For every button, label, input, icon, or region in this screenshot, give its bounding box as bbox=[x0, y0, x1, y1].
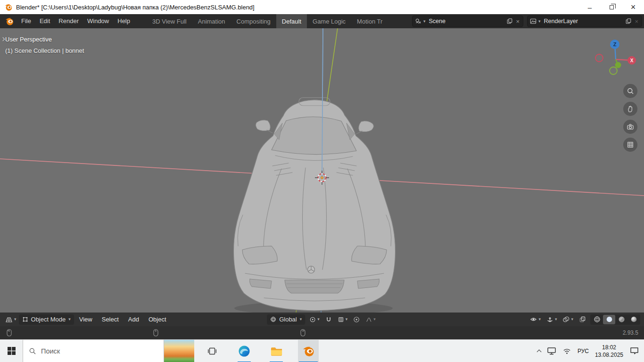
visibility-chevron-icon: ▾ bbox=[538, 317, 541, 321]
navigation-gizmo[interactable]: Z X bbox=[595, 38, 636, 79]
rendered-sphere-icon bbox=[630, 316, 637, 323]
camera-view-button[interactable] bbox=[623, 120, 637, 134]
tray-date: 13.08.2025 bbox=[595, 351, 623, 359]
object-mode-icon bbox=[22, 316, 28, 322]
orientation-chevron-icon: ▾ bbox=[300, 317, 302, 321]
viewport-canvas[interactable] bbox=[0, 28, 644, 313]
file-explorer-icon bbox=[270, 346, 283, 357]
start-button[interactable] bbox=[0, 340, 23, 362]
shading-solid-button[interactable] bbox=[603, 315, 615, 324]
overlays-icon bbox=[562, 316, 570, 323]
new-view-layer-icon[interactable] bbox=[625, 18, 632, 25]
shading-mode-group bbox=[590, 314, 640, 325]
snap-increment-icon bbox=[338, 316, 344, 323]
view-layer-name: RenderLayer bbox=[543, 18, 624, 25]
blender-app-icon bbox=[4, 3, 13, 11]
show-overlays-toggle[interactable]: ▾ bbox=[561, 315, 575, 324]
taskbar-search[interactable] bbox=[23, 340, 164, 362]
tab-default[interactable]: Default bbox=[276, 14, 307, 28]
tab-3d-view-full[interactable]: 3D View Full bbox=[147, 14, 192, 28]
menu-select[interactable]: Select bbox=[98, 313, 123, 326]
scene-selector[interactable]: ▾ Scene × bbox=[412, 16, 523, 27]
task-view-button[interactable] bbox=[202, 340, 223, 362]
shading-material-button[interactable] bbox=[615, 315, 627, 324]
menu-file[interactable]: File bbox=[17, 14, 35, 28]
xray-toggle[interactable] bbox=[578, 315, 587, 324]
menu-add[interactable]: Add bbox=[124, 313, 143, 326]
gizmo-z-label: Z bbox=[613, 41, 617, 47]
device-monitor-icon[interactable] bbox=[547, 347, 556, 355]
menu-edit[interactable]: Edit bbox=[35, 14, 54, 28]
tab-compositing[interactable]: Compositing bbox=[231, 14, 276, 28]
mouse-left-icon bbox=[7, 329, 12, 337]
overlays-chevron-icon: ▾ bbox=[571, 317, 573, 321]
shading-rendered-button[interactable] bbox=[627, 315, 640, 324]
menu-object[interactable]: Object bbox=[144, 313, 171, 326]
blender-version: 2.93.5 bbox=[623, 329, 638, 336]
tray-clock[interactable]: 18:02 13.08.2025 bbox=[595, 344, 623, 359]
gizmo-minus-x-ball[interactable] bbox=[595, 54, 603, 62]
snap-toggle[interactable] bbox=[324, 315, 333, 324]
workspace-tabs: 3D View Full Animation Compositing Defau… bbox=[147, 14, 388, 28]
orientation-label: Global bbox=[279, 316, 297, 323]
snap-target-dropdown[interactable]: ▾ bbox=[336, 315, 349, 324]
shading-wireframe-button[interactable] bbox=[591, 315, 603, 324]
system-tray: РУС 18:02 13.08.2025 bbox=[537, 344, 644, 359]
transform-orientation-dropdown[interactable]: Global ▾ bbox=[267, 314, 305, 325]
gizmo-x-label: X bbox=[630, 58, 634, 63]
new-scene-icon[interactable] bbox=[506, 18, 513, 25]
material-sphere-icon bbox=[618, 316, 625, 323]
proportional-editing-toggle[interactable] bbox=[352, 315, 361, 324]
gizmo-minus-y-ball[interactable] bbox=[610, 67, 617, 74]
file-explorer-taskbar-button[interactable] bbox=[266, 340, 287, 362]
news-weather-widget[interactable] bbox=[164, 340, 194, 362]
maximize-button[interactable] bbox=[601, 0, 622, 14]
remove-view-layer-icon[interactable]: × bbox=[634, 18, 639, 25]
unlink-scene-icon[interactable]: × bbox=[515, 18, 520, 25]
viewport-3d[interactable]: User Perspective (1) Scene Collection | … bbox=[0, 28, 644, 313]
grid-icon bbox=[626, 140, 635, 149]
status-bar: 2.93.5 bbox=[0, 326, 644, 339]
restore-icon bbox=[610, 5, 614, 9]
xray-icon bbox=[579, 316, 586, 323]
pivot-point-dropdown[interactable]: ▾ bbox=[308, 315, 321, 324]
tab-animation[interactable]: Animation bbox=[192, 14, 231, 28]
object-visibility-dropdown[interactable]: ▾ bbox=[528, 315, 542, 324]
camera-icon bbox=[626, 123, 635, 131]
menu-help[interactable]: Help bbox=[113, 14, 134, 28]
view-layer-selector[interactable]: ▾ RenderLayer × bbox=[527, 16, 642, 27]
menu-render[interactable]: Render bbox=[54, 14, 83, 28]
blender-taskbar-button[interactable] bbox=[298, 340, 319, 362]
wifi-icon[interactable] bbox=[562, 347, 571, 355]
scene-icon bbox=[415, 18, 421, 25]
visibility-eye-icon bbox=[530, 316, 537, 323]
edge-taskbar-button[interactable] bbox=[234, 340, 255, 362]
hidden-icons-chevron-icon[interactable] bbox=[537, 349, 541, 354]
show-gizmo-toggle[interactable]: ▾ bbox=[545, 315, 559, 324]
minimize-button[interactable]: – bbox=[579, 0, 601, 14]
menu-window[interactable]: Window bbox=[83, 14, 113, 28]
mode-dropdown[interactable]: Object Mode ▾ bbox=[19, 314, 74, 325]
blender-menu-logo[interactable] bbox=[5, 16, 14, 26]
tray-time: 18:02 bbox=[595, 344, 623, 351]
menu-view[interactable]: View bbox=[75, 313, 97, 326]
close-button[interactable]: × bbox=[622, 0, 644, 14]
language-indicator[interactable]: РУС bbox=[578, 348, 589, 354]
active-object-breadcrumb: (1) Scene Collection | bonnet bbox=[5, 47, 84, 54]
viewport-header: ▾ Object Mode ▾ View Select Add Object bbox=[0, 313, 644, 326]
car-model[interactable] bbox=[233, 98, 395, 313]
action-center-icon[interactable] bbox=[629, 346, 639, 355]
hand-icon bbox=[626, 105, 635, 113]
proportional-falloff-dropdown[interactable]: ▾ bbox=[364, 315, 377, 324]
toggle-ortho-button[interactable] bbox=[623, 138, 637, 152]
mode-label: Object Mode bbox=[31, 316, 66, 323]
tab-game-logic[interactable]: Game Logic bbox=[307, 14, 351, 28]
tab-motion-tracking[interactable]: Motion Tr bbox=[351, 14, 388, 28]
editor-type-selector[interactable]: ▾ bbox=[4, 315, 18, 324]
pan-button[interactable] bbox=[623, 102, 637, 116]
blender-taskbar-icon bbox=[302, 345, 315, 357]
zoom-button[interactable] bbox=[623, 84, 637, 98]
gizmo-y-ball[interactable] bbox=[615, 62, 621, 68]
window-title: Blender* [C:\Users\1\Desktop\Ladybug\Нов… bbox=[16, 4, 255, 11]
search-input[interactable] bbox=[41, 347, 149, 355]
